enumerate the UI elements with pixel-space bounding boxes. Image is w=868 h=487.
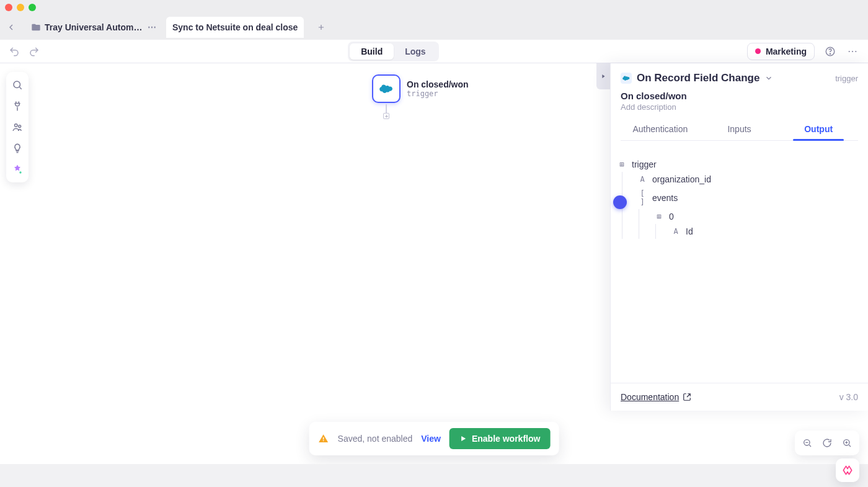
mac-titlebar bbox=[0, 0, 868, 15]
enable-workflow-button[interactable]: Enable workflow bbox=[450, 428, 550, 449]
object-icon: ⊞ bbox=[654, 212, 664, 221]
back-button[interactable] bbox=[5, 21, 17, 34]
tab-output[interactable]: Output bbox=[779, 118, 858, 140]
breadcrumb-project[interactable]: Tray Universal Automatic… ⋯ bbox=[25, 17, 162, 38]
panel-collapse-button[interactable] bbox=[596, 63, 610, 89]
workspace-dot-icon bbox=[755, 48, 761, 54]
idea-icon[interactable] bbox=[8, 139, 27, 158]
tab-authentication[interactable]: Authentication bbox=[621, 118, 700, 140]
new-tab-button[interactable] bbox=[312, 19, 330, 36]
tree-root[interactable]: trigger bbox=[632, 159, 657, 169]
svg-rect-7 bbox=[323, 440, 324, 442]
add-step-button[interactable]: ＋ bbox=[383, 113, 389, 119]
warning-icon bbox=[318, 433, 329, 444]
tab-active-workflow[interactable]: Sync to Netsuite on deal close bbox=[166, 17, 304, 38]
team-icon[interactable] bbox=[8, 118, 27, 136]
left-toolbox bbox=[6, 72, 29, 182]
inspector-panel: On Record Field Change trigger On closed… bbox=[610, 63, 868, 411]
string-icon: A bbox=[671, 227, 681, 236]
window-close-dot[interactable] bbox=[5, 4, 12, 11]
svg-point-4 bbox=[19, 125, 21, 128]
help-button[interactable] bbox=[823, 45, 837, 58]
tab-label: Sync to Netsuite on deal close bbox=[172, 22, 298, 32]
window-max-dot[interactable] bbox=[29, 4, 36, 11]
zoom-out-button[interactable] bbox=[799, 434, 816, 452]
canvas-area[interactable]: On closed/won trigger ＋ On Record Field … bbox=[0, 63, 868, 464]
node-title: On closed/won bbox=[407, 79, 469, 89]
salesforce-icon bbox=[372, 74, 401, 103]
redo-button[interactable] bbox=[29, 46, 40, 57]
zoom-fit-button[interactable] bbox=[818, 434, 836, 452]
string-icon: A bbox=[637, 175, 647, 184]
tabs-row: Tray Universal Automatic… ⋯ Sync to Nets… bbox=[0, 15, 868, 40]
drag-handle-icon[interactable] bbox=[613, 195, 627, 209]
panel-tabs: Authentication Inputs Output bbox=[621, 118, 858, 141]
svg-point-5 bbox=[19, 171, 21, 173]
tree-index0[interactable]: 0 bbox=[669, 212, 674, 221]
chevron-down-icon[interactable] bbox=[764, 74, 773, 83]
more-menu-button[interactable]: ⋯ bbox=[846, 45, 859, 58]
node-subtitle: trigger bbox=[407, 89, 469, 98]
documentation-link[interactable]: Documentation bbox=[621, 392, 691, 402]
svg-point-3 bbox=[15, 124, 18, 127]
folder-icon bbox=[31, 22, 42, 33]
tab-build[interactable]: Build bbox=[350, 43, 394, 60]
zoom-controls bbox=[795, 431, 859, 455]
assistant-fab[interactable] bbox=[836, 458, 859, 482]
action-name[interactable]: On Record Field Change bbox=[637, 72, 760, 84]
connector-line bbox=[386, 104, 387, 113]
tree-org[interactable]: organization_id bbox=[652, 174, 711, 184]
node-meta: On closed/won trigger bbox=[407, 79, 469, 98]
status-message: Saved, not enabled bbox=[338, 434, 413, 444]
svg-point-1 bbox=[830, 53, 830, 54]
bottom-tray bbox=[0, 464, 868, 487]
status-bar: Saved, not enabled View Enable workflow bbox=[309, 422, 559, 455]
tab-logs[interactable]: Logs bbox=[394, 43, 436, 60]
workspace-name: Marketing bbox=[766, 47, 807, 56]
enable-label: Enable workflow bbox=[472, 434, 540, 444]
toolbar: Build Logs Marketing ⋯ bbox=[0, 40, 868, 63]
step-title[interactable]: On closed/won bbox=[621, 91, 858, 101]
search-icon[interactable] bbox=[8, 76, 27, 94]
window-min-dot[interactable] bbox=[17, 4, 24, 11]
step-type-tag: trigger bbox=[835, 74, 858, 83]
svg-point-2 bbox=[14, 81, 20, 88]
output-tree: ⊞trigger Aorganization_id [ ]events ⊞0 A… bbox=[611, 147, 868, 383]
status-view-link[interactable]: View bbox=[421, 434, 441, 444]
salesforce-chip-icon bbox=[621, 73, 632, 84]
object-icon: ⊞ bbox=[617, 160, 627, 169]
canvas-trigger-node[interactable]: On closed/won trigger bbox=[372, 74, 469, 103]
zoom-in-button[interactable] bbox=[838, 434, 856, 452]
svg-rect-6 bbox=[323, 437, 324, 440]
tree-id[interactable]: Id bbox=[686, 226, 693, 236]
workspace-badge[interactable]: Marketing bbox=[747, 43, 815, 60]
version-label: v 3.0 bbox=[839, 392, 858, 402]
undo-button[interactable] bbox=[9, 46, 20, 57]
project-name: Tray Universal Automatic… bbox=[45, 22, 144, 32]
view-toggle: Build Logs bbox=[348, 42, 438, 61]
magic-wizard-icon[interactable] bbox=[8, 160, 27, 179]
array-icon: [ ] bbox=[637, 189, 647, 207]
tab-inputs[interactable]: Inputs bbox=[700, 118, 779, 140]
doc-link-label: Documentation bbox=[621, 392, 679, 402]
connector-icon[interactable] bbox=[8, 97, 27, 115]
tree-events[interactable]: events bbox=[652, 193, 678, 203]
project-menu[interactable]: ⋯ bbox=[148, 22, 156, 32]
step-description[interactable]: Add description bbox=[621, 102, 858, 112]
